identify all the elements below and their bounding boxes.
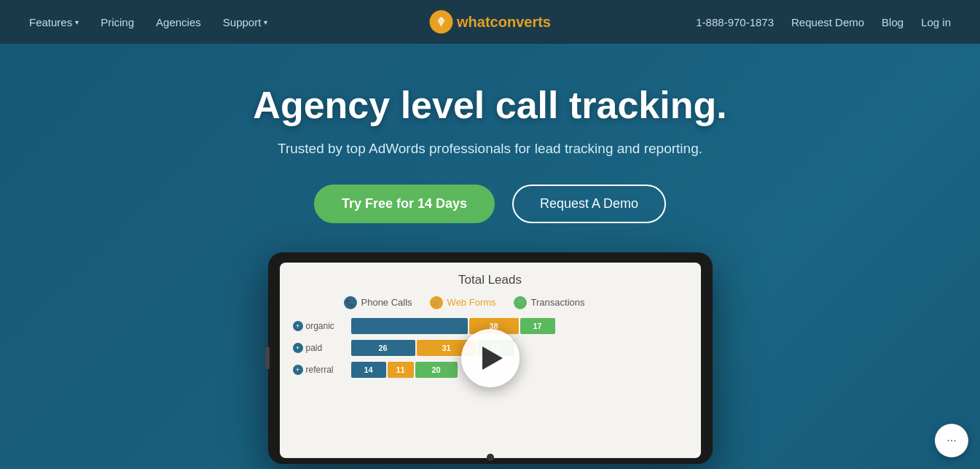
- chart-legend: 📞 Phone Calls 🛒 Web Forms 🛒 Transactions: [293, 296, 688, 309]
- phone-calls-icon: 📞: [344, 296, 357, 309]
- bar-referral-orange: 11: [388, 362, 414, 378]
- tablet-device: Total Leads 📞 Phone Calls 🛒 Web Forms 🛒 …: [268, 252, 713, 464]
- logo-post: converts: [490, 14, 551, 30]
- bar-referral-blue: 14: [351, 362, 386, 378]
- tablet-wrapper: Total Leads 📞 Phone Calls 🛒 Web Forms 🛒 …: [268, 252, 713, 464]
- nav-right: 1-888-970-1873 Request Demo Blog Log in: [696, 16, 951, 28]
- row-label-organic: + organic: [293, 321, 344, 331]
- nav-blog[interactable]: Blog: [882, 16, 903, 28]
- tablet-side-button: [265, 347, 270, 369]
- legend-transactions: 🛒 Transactions: [514, 296, 585, 309]
- legend-forms-label: Web Forms: [447, 297, 496, 308]
- logo-text: whatconverts: [457, 14, 551, 31]
- navbar: Features ▾ Pricing Agencies Support ▾ wh…: [0, 0, 980, 44]
- logo-icon: [429, 10, 452, 34]
- cta-request-demo-button[interactable]: Request A Demo: [512, 185, 666, 223]
- chevron-down-icon: ▾: [75, 18, 79, 26]
- nav-pricing[interactable]: Pricing: [101, 16, 134, 28]
- nav-support-label: Support: [223, 16, 262, 28]
- bar-paid-blue: 26: [351, 340, 415, 356]
- web-forms-icon: 🛒: [430, 296, 443, 309]
- hero-title: Agency level call tracking.: [253, 84, 726, 128]
- nav-support[interactable]: Support ▾: [223, 16, 268, 28]
- play-button[interactable]: [461, 329, 520, 387]
- chat-bubble[interactable]: ···: [935, 424, 968, 457]
- nav-request-demo[interactable]: Request Demo: [791, 16, 864, 28]
- play-triangle-icon: [482, 346, 503, 370]
- hero-buttons: Try Free for 14 Days Request A Demo: [253, 185, 726, 223]
- row-label-paid: + paid: [293, 343, 344, 353]
- dashboard-title: Total Leads: [293, 273, 688, 287]
- hero-subtitle: Trusted by top AdWords professionals for…: [253, 141, 726, 157]
- logo-pre: what: [457, 14, 490, 30]
- row-label-referral: + referral: [293, 365, 344, 375]
- bars-paid: 26 31 15: [351, 340, 688, 356]
- nav-agencies-label: Agencies: [156, 16, 201, 28]
- legend-phone: 📞 Phone Calls: [344, 296, 412, 309]
- bar-organic-green: 17: [520, 318, 555, 334]
- nav-features[interactable]: Features ▾: [29, 16, 79, 28]
- bar-organic-blue: [351, 318, 468, 334]
- nav-agencies[interactable]: Agencies: [156, 16, 201, 28]
- legend-phone-label: Phone Calls: [361, 297, 412, 308]
- transactions-icon: 🛒: [514, 296, 527, 309]
- nav-logo[interactable]: whatconverts: [429, 10, 551, 34]
- nav-pricing-label: Pricing: [101, 16, 134, 28]
- tablet-camera: [487, 454, 494, 461]
- legend-transactions-label: Transactions: [531, 297, 585, 308]
- bar-referral-green: 20: [415, 362, 458, 378]
- bars-referral: 14 11 20: [351, 362, 688, 378]
- expand-referral-icon[interactable]: +: [293, 365, 303, 375]
- nav-left: Features ▾ Pricing Agencies Support ▾: [29, 16, 267, 28]
- expand-organic-icon[interactable]: +: [293, 321, 303, 331]
- expand-paid-icon[interactable]: +: [293, 343, 303, 353]
- chat-icon: ···: [946, 434, 956, 447]
- chevron-down-icon-2: ▾: [264, 18, 267, 26]
- hero-section: Agency level call tracking. Trusted by t…: [0, 44, 980, 469]
- nav-phone: 1-888-970-1873: [696, 16, 774, 28]
- bars-organic: 38 17: [351, 318, 688, 334]
- cta-try-free-button[interactable]: Try Free for 14 Days: [314, 185, 495, 223]
- nav-login[interactable]: Log in: [921, 16, 951, 28]
- legend-forms: 🛒 Web Forms: [430, 296, 496, 309]
- nav-features-label: Features: [29, 16, 72, 28]
- hero-content: Agency level call tracking. Trusted by t…: [253, 84, 726, 252]
